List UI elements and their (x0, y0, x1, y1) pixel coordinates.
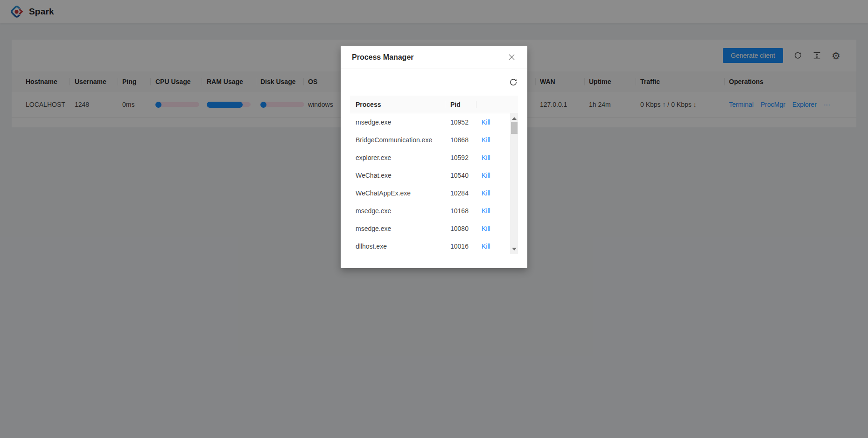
process-manager-modal: Process Manager Process Pid (341, 46, 527, 268)
process-row: explorer.exe 10592 Kill (350, 149, 518, 167)
process-name: msedge.exe (350, 225, 445, 232)
kill-link[interactable]: Kill (476, 189, 510, 197)
process-row: msedge.exe 10080 Kill (350, 220, 518, 237)
process-name: BridgeCommunication.exe (350, 136, 445, 144)
process-row: WeChatAppEx.exe 10284 Kill (350, 184, 518, 202)
scroll-up-icon[interactable] (512, 117, 517, 120)
modal-body: Process Pid msedge.exe 10952 Kill Bridge… (341, 69, 527, 254)
process-table-body: msedge.exe 10952 Kill BridgeCommunicatio… (350, 113, 518, 254)
process-row: BridgeCommunication.exe 10868 Kill (350, 131, 518, 149)
header-separator (445, 101, 445, 108)
kill-link[interactable]: Kill (476, 136, 510, 144)
process-pid: 10540 (445, 172, 476, 179)
scrollbar-thumb[interactable] (511, 122, 518, 134)
kill-link[interactable]: Kill (476, 243, 510, 250)
refresh-icon[interactable] (509, 78, 518, 87)
process-name: msedge.exe (350, 118, 445, 126)
modal-header: Process Manager (341, 46, 527, 69)
col-process: Process (350, 96, 445, 113)
process-name: explorer.exe (350, 154, 445, 161)
process-table: Process Pid msedge.exe 10952 Kill Bridge… (350, 96, 518, 254)
scrollbar[interactable] (510, 113, 518, 254)
process-name: dllhost.exe (350, 243, 445, 250)
kill-link[interactable]: Kill (476, 154, 510, 161)
process-name: WeChatAppEx.exe (350, 189, 445, 197)
close-icon[interactable] (507, 53, 516, 62)
process-pid: 10952 (445, 118, 476, 126)
process-name: msedge.exe (350, 207, 445, 215)
process-row: WeChat.exe 10540 Kill (350, 167, 518, 184)
kill-link[interactable]: Kill (476, 225, 510, 232)
process-pid: 10080 (445, 225, 476, 232)
process-pid: 10284 (445, 189, 476, 197)
modal-title: Process Manager (352, 53, 414, 62)
header-separator (476, 101, 476, 108)
col-pid: Pid (445, 96, 476, 113)
process-pid: 10868 (445, 136, 476, 144)
process-pid: 10016 (445, 243, 476, 250)
process-row: msedge.exe 10168 Kill (350, 202, 518, 220)
kill-link[interactable]: Kill (476, 207, 510, 215)
col-action (476, 96, 510, 113)
process-pid: 10592 (445, 154, 476, 161)
kill-link[interactable]: Kill (476, 118, 510, 126)
refresh-row (350, 69, 518, 96)
process-pid: 10168 (445, 207, 476, 215)
process-row: msedge.exe 10952 Kill (350, 113, 518, 131)
process-table-header: Process Pid (350, 96, 518, 113)
process-row: dllhost.exe 10016 Kill (350, 237, 518, 254)
scroll-down-icon[interactable] (512, 248, 517, 250)
kill-link[interactable]: Kill (476, 172, 510, 179)
process-name: WeChat.exe (350, 172, 445, 179)
